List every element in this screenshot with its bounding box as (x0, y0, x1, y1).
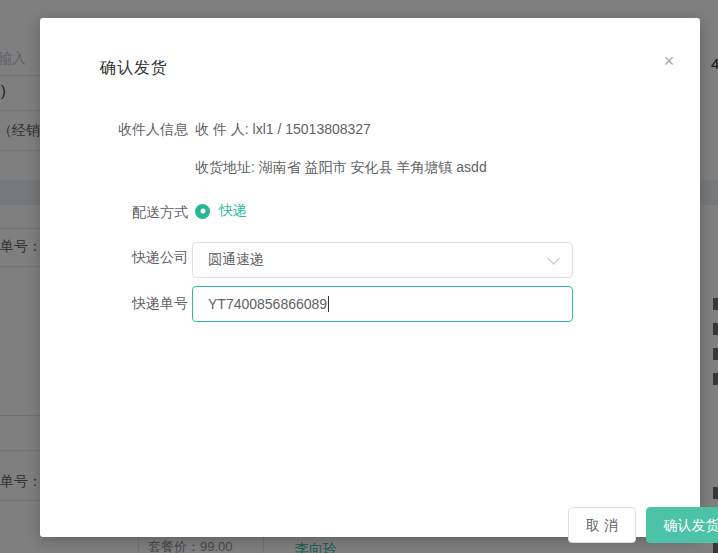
tracking-number-label: 快递单号 (100, 295, 188, 313)
confirm-shipment-dialog: 确认发货 × 收件人信息 收 件 人: lxl1 / 15013808327 收… (40, 18, 700, 537)
close-icon[interactable]: × (656, 48, 682, 74)
cancel-button[interactable]: 取 消 (568, 507, 636, 543)
recipient-info-label: 收件人信息 (100, 121, 188, 139)
screen: 请输入 ) （经销商 订单号： 订单号： 套餐价：99.00 李向玲 4 确认发… (0, 0, 718, 553)
text-caret (328, 296, 329, 312)
select-selected-value: 圆通速递 (208, 251, 547, 269)
tracking-number-value: YT7400856866089 (208, 296, 327, 312)
recipient-address-value: 收货地址: 湖南省 益阳市 安化县 羊角塘镇 asdd (195, 159, 487, 177)
express-company-select[interactable]: 圆通速递 (192, 242, 573, 278)
delivery-method-radio[interactable]: 快递 (195, 202, 247, 220)
radio-selected-icon[interactable] (195, 204, 210, 219)
radio-option-label[interactable]: 快递 (219, 202, 247, 220)
recipient-name-value: 收 件 人: lxl1 / 15013808327 (195, 121, 371, 139)
delivery-method-label: 配送方式 (100, 204, 188, 222)
confirm-shipment-button[interactable]: 确认发货 (646, 507, 718, 543)
dialog-title: 确认发货 (100, 58, 168, 79)
express-company-label: 快递公司 (100, 249, 188, 267)
chevron-down-icon (547, 252, 560, 265)
tracking-number-input[interactable]: YT7400856866089 (192, 286, 573, 322)
